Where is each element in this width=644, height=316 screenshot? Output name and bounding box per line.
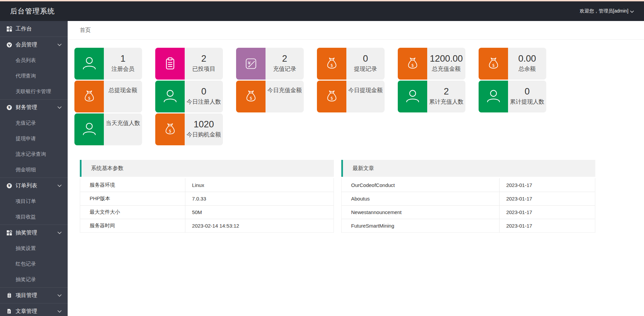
table-row: PHP版本7.0.33	[80, 192, 334, 205]
stat-column: $ 1200.00 总充值金额 2 累计充值人数	[398, 48, 465, 146]
panel-title: 最新文章	[341, 160, 595, 177]
svg-text:$: $	[411, 63, 414, 68]
stat-card: $ 今日充值金额	[236, 81, 304, 112]
app-title: 后台管理系统	[10, 6, 55, 16]
sidebar-subitem-抽奖记录[interactable]: 抽奖记录	[0, 272, 68, 287]
circle-v-icon	[6, 42, 12, 48]
stat-label: 充值记录	[273, 64, 296, 73]
panel-latest-articles: 最新文章 OurCodeofConduct2023-01-17Aboutus20…	[341, 160, 595, 233]
stat-value: 0	[201, 86, 206, 97]
row-value: 2023-01-17	[500, 178, 595, 192]
stat-card: ¥ 2 充值记录	[236, 48, 304, 80]
chevron-down-icon	[58, 44, 62, 46]
sidebar: 工作台 会员管理 会员列表代理查询关联银行卡管理 ¥ 财务管理 充值记录提现申请…	[0, 21, 68, 316]
stat-label: 当天充值人数	[106, 119, 140, 128]
table-row: OurCodeofConduct2023-01-17	[342, 178, 595, 192]
sidebar-subitem-项目订单[interactable]: 项目订单	[0, 193, 68, 209]
row-key: OurCodeofConduct	[342, 178, 500, 192]
sidebar-item-项目管理[interactable]: 项目管理	[0, 288, 68, 303]
stat-label: 总提现金额	[109, 86, 137, 95]
stat-label: 今日注册人数	[187, 97, 221, 106]
stat-card: 当天充值人数	[74, 113, 142, 145]
row-key: PHP版本	[80, 192, 185, 205]
sidebar-item-订单列表[interactable]: ¥ 订单列表	[0, 178, 68, 193]
svg-text:¥: ¥	[248, 61, 251, 66]
moneybag-icon: $	[398, 48, 427, 80]
stat-label: 今日购机金额	[187, 130, 221, 139]
stat-label: 累计充值人数	[429, 97, 464, 106]
stat-card: 2 累计充值人数	[398, 81, 465, 112]
chevron-down-icon	[58, 310, 62, 313]
sidebar-group: 工作台	[0, 21, 68, 37]
stat-value: 0.00	[518, 53, 536, 64]
sidebar-subitem-代理查询[interactable]: 代理查询	[0, 68, 68, 84]
table-row: 服务器环境Linux	[80, 178, 334, 192]
sidebar-subitem-抽奖设置[interactable]: 抽奖设置	[0, 240, 68, 256]
breadcrumb[interactable]: 首页	[80, 27, 91, 34]
chevron-down-icon	[58, 232, 62, 234]
row-key: Newestannouncement	[342, 206, 500, 219]
chevron-down-icon	[630, 8, 634, 14]
svg-text:$: $	[250, 96, 252, 101]
moneybag-icon: $	[74, 81, 104, 112]
welcome-text: 欢迎您，管理员[admin]	[580, 8, 628, 14]
grid-icon	[6, 26, 12, 32]
document-icon	[6, 308, 12, 314]
user-icon	[74, 48, 104, 80]
yen-edit-icon: ¥	[236, 48, 266, 80]
user-menu[interactable]: 欢迎您，管理员[admin]	[580, 8, 634, 14]
sidebar-item-会员管理[interactable]: 会员管理	[0, 37, 68, 52]
table-row: 最大文件大小50M	[80, 205, 334, 219]
row-value: Linux	[185, 178, 334, 192]
breadcrumb-bar: 首页	[68, 21, 644, 40]
chevron-down-icon	[58, 185, 62, 187]
stat-label: 总余额	[519, 64, 536, 73]
moneybag-icon: $	[317, 81, 346, 112]
stat-label: 今日充值金额	[268, 86, 302, 95]
moneybag-icon: $	[317, 48, 346, 80]
svg-text:$: $	[330, 96, 333, 101]
row-key: FutureSmartMining	[342, 219, 500, 232]
sidebar-subitem-红包记录[interactable]: 红包记录	[0, 256, 68, 272]
row-key: Aboutus	[342, 192, 500, 205]
circle-yen-icon: ¥	[6, 183, 12, 189]
sidebar-subitem-流水记录查询[interactable]: 流水记录查询	[0, 146, 68, 162]
table-row: FutureSmartMining2023-01-17	[342, 219, 595, 232]
stat-value: 1	[120, 53, 125, 64]
panel-system-params: 系统基本参数 服务器环境LinuxPHP版本7.0.33最大文件大小50M服务器…	[80, 160, 334, 233]
sidebar-subitem-关联银行卡管理[interactable]: 关联银行卡管理	[0, 84, 68, 99]
sidebar-subitem-会员列表[interactable]: 会员列表	[0, 52, 68, 68]
stat-card: $ 今日提现金额	[317, 81, 385, 112]
sidebar-item-财务管理[interactable]: ¥ 财务管理	[0, 100, 68, 115]
circle-yen-icon: ¥	[6, 104, 12, 110]
sidebar-subitem-项目收益[interactable]: 项目收益	[0, 209, 68, 225]
stat-value: 1200.00	[430, 53, 463, 64]
sidebar-group: 会员管理 会员列表代理查询关联银行卡管理	[0, 37, 68, 100]
stat-value: 2	[444, 86, 449, 97]
panel-title: 系统基本参数	[80, 160, 334, 177]
stat-label: 累计提现人数	[510, 97, 545, 106]
svg-text:¥: ¥	[8, 106, 10, 109]
main-area: 首页 1 注册会员 $ 总提现金额 当天充值人数 2 已投项目	[68, 21, 644, 316]
sidebar-subitem-佣金明细[interactable]: 佣金明细	[0, 162, 68, 177]
grid-icon	[6, 230, 12, 236]
row-value: 2023-01-17	[500, 219, 595, 232]
stat-card: $ 0.00 总余额	[479, 48, 546, 80]
sidebar-item-抽奖管理[interactable]: 抽奖管理	[0, 225, 68, 240]
moneybag-icon: $	[479, 48, 508, 80]
clipboard-icon	[155, 48, 185, 80]
row-key: 服务器时间	[80, 219, 185, 232]
stat-value: 0	[525, 86, 530, 97]
stat-card: 0 累计提现人数	[479, 81, 546, 112]
sidebar-subitem-提现申请[interactable]: 提现申请	[0, 131, 68, 146]
user-icon	[155, 81, 185, 112]
stat-column: ¥ 2 充值记录 $ 今日充值金额	[236, 48, 304, 146]
stat-column: $ 0 提现记录 $ 今日提现金额	[317, 48, 385, 146]
stat-card: 1 注册会员	[74, 48, 142, 80]
row-value: 2023-01-17	[500, 192, 595, 205]
row-value: 2023-02-14 14:53:12	[185, 219, 334, 232]
chevron-down-icon	[58, 294, 62, 297]
sidebar-item-文章管理[interactable]: 文章管理	[0, 303, 68, 316]
sidebar-item-工作台[interactable]: 工作台	[0, 21, 68, 37]
sidebar-subitem-充值记录[interactable]: 充值记录	[0, 115, 68, 131]
